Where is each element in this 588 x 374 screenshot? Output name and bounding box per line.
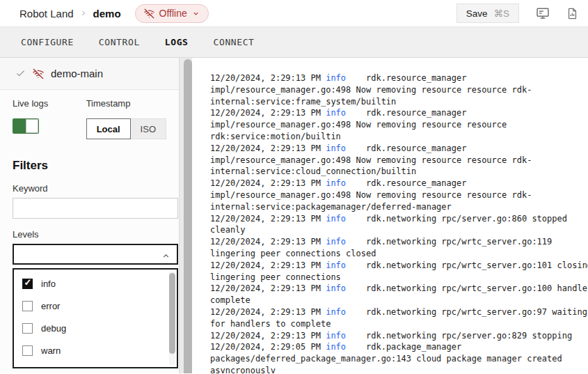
- sidebar: demo-main Live logs Timestamp LocalISO F…: [0, 58, 180, 373]
- wifi-off-icon: [33, 68, 44, 79]
- level-option-error[interactable]: error: [14, 295, 177, 317]
- checkbox-error[interactable]: [22, 301, 33, 311]
- log-level: info: [326, 178, 346, 188]
- level-option-label: debug: [41, 323, 66, 334]
- log-timestamp: 12/20/2024, 2:29:13 PM: [210, 260, 326, 270]
- tab-logs[interactable]: LOGS: [165, 37, 189, 47]
- toggle-knob: [26, 119, 38, 133]
- chevron-up-icon: [161, 251, 170, 263]
- log-level: info: [326, 214, 346, 224]
- content-area: demo-main Live logs Timestamp LocalISO F…: [0, 58, 588, 373]
- check-icon: [15, 68, 26, 79]
- checkbox-warn[interactable]: [22, 345, 33, 356]
- breadcrumb-current: demo: [93, 8, 121, 20]
- log-level: info: [326, 307, 346, 317]
- timestamp-control: Timestamp LocalISO: [86, 98, 166, 139]
- tab-configure[interactable]: CONFIGURE: [21, 37, 74, 47]
- log-entry: 12/20/2024, 2:29:13 PM info rdk.resource…: [210, 178, 588, 212]
- levels-dropdown-panel: infoerrordebugwarn: [13, 268, 178, 368]
- log-entry: 12/20/2024, 2:29:13 PM info rdk.networki…: [210, 213, 588, 237]
- log-scrollbar[interactable]: [184, 59, 192, 373]
- log-timestamp: 12/20/2024, 2:29:13 PM: [210, 237, 326, 247]
- log-entry: 12/20/2024, 2:29:13 PM info rdk.resource…: [210, 143, 588, 178]
- live-logs-label: Live logs: [13, 98, 86, 109]
- live-logs-control: Live logs: [13, 98, 86, 139]
- timestamp-option-iso[interactable]: ISO: [131, 118, 166, 139]
- log-level: info: [326, 73, 346, 83]
- log-entry: 12/20/2024, 2:29:13 PM info rdk.networki…: [210, 330, 588, 342]
- status-label: Offline: [159, 8, 187, 19]
- log-entry: 12/20/2024, 2:29:13 PM info rdk.networki…: [210, 236, 588, 260]
- wifi-off-icon: [144, 8, 154, 19]
- top-bar: Robot Land demo Offline Save ⌘S: [0, 0, 588, 27]
- log-entry: 12/20/2024, 2:29:13 PM info rdk.networki…: [210, 260, 588, 283]
- log-level: info: [326, 342, 346, 352]
- breadcrumb-parent[interactable]: Robot Land: [19, 8, 74, 20]
- tab-bar: CONFIGURECONTROLLOGSCONNECT: [0, 27, 588, 58]
- machine-part-row[interactable]: demo-main: [0, 58, 179, 90]
- level-option-info[interactable]: info: [14, 272, 177, 295]
- machine-status-dropdown[interactable]: Offline: [135, 4, 209, 23]
- log-timestamp: 12/20/2024, 2:29:13 PM: [210, 331, 326, 341]
- level-option-label: warn: [41, 345, 61, 356]
- checkbox-debug[interactable]: [22, 323, 33, 334]
- log-level: info: [326, 331, 346, 341]
- log-entry: 12/20/2024, 2:29:05 PM info rdk.package_…: [210, 341, 588, 373]
- timestamp-option-local[interactable]: Local: [86, 118, 131, 139]
- log-timestamp: 12/20/2024, 2:29:13 PM: [210, 73, 326, 83]
- live-logs-toggle[interactable]: [13, 118, 39, 134]
- log-level: info: [326, 108, 346, 118]
- log-timestamp: 12/20/2024, 2:29:13 PM: [210, 178, 326, 188]
- levels-label: Levels: [13, 229, 179, 240]
- level-option-label: error: [41, 301, 60, 311]
- checkbox-info[interactable]: [22, 279, 33, 289]
- level-option-debug[interactable]: debug: [14, 317, 177, 339]
- save-label: Save: [466, 8, 488, 19]
- part-name: demo-main: [51, 68, 103, 79]
- log-level: info: [326, 237, 346, 247]
- header-actions: Save ⌘S: [456, 3, 578, 23]
- log-message: rdk.networking rpc/server.go:829 stoppin…: [346, 331, 572, 341]
- level-option-label: info: [41, 279, 56, 289]
- log-level: info: [326, 283, 346, 293]
- log-controls: Live logs Timestamp LocalISO: [0, 90, 179, 139]
- chevron-right-icon: [79, 9, 88, 17]
- log-timestamp: 12/20/2024, 2:29:13 PM: [210, 108, 326, 118]
- timestamp-label: Timestamp: [86, 98, 166, 109]
- tab-connect[interactable]: CONNECT: [214, 37, 255, 47]
- file-stats-icon[interactable]: [566, 7, 578, 20]
- log-panel: 12/20/2024, 2:29:13 PM info rdk.resource…: [180, 58, 588, 373]
- log-timestamp: 12/20/2024, 2:29:13 PM: [210, 307, 326, 317]
- dropdown-scrollbar[interactable]: [169, 273, 175, 354]
- log-timestamp: 12/20/2024, 2:29:13 PM: [210, 143, 326, 153]
- log-entry: 12/20/2024, 2:29:13 PM info rdk.networki…: [210, 306, 588, 330]
- log-level: info: [326, 260, 346, 270]
- app-window: Robot Land demo Offline Save ⌘S: [0, 0, 588, 374]
- save-button[interactable]: Save ⌘S: [456, 3, 519, 23]
- filters-title: Filters: [13, 159, 179, 173]
- log-entry: 12/20/2024, 2:29:13 PM info rdk.resource…: [210, 107, 588, 142]
- log-entry: 12/20/2024, 2:29:13 PM info rdk.resource…: [210, 72, 588, 107]
- levels-option-list: infoerrordebugwarn: [14, 272, 177, 361]
- log-timestamp: 12/20/2024, 2:29:05 PM: [210, 342, 326, 352]
- log-timestamp: 12/20/2024, 2:29:13 PM: [210, 214, 326, 224]
- timestamp-segmented: LocalISO: [86, 118, 166, 139]
- tab-control[interactable]: CONTROL: [99, 37, 140, 47]
- monitor-icon[interactable]: [536, 6, 550, 20]
- log-level: info: [326, 143, 346, 153]
- levels-select[interactable]: [13, 244, 178, 265]
- save-shortcut: ⌘S: [493, 8, 509, 19]
- keyword-label: Keyword: [13, 183, 179, 194]
- breadcrumb: Robot Land demo Offline: [19, 4, 209, 23]
- log-timestamp: 12/20/2024, 2:29:13 PM: [210, 283, 326, 293]
- keyword-input[interactable]: [13, 198, 178, 219]
- level-option-warn[interactable]: warn: [14, 339, 177, 361]
- log-entry: 12/20/2024, 2:29:13 PM info rdk.networki…: [210, 283, 588, 306]
- chevron-down-icon: [192, 10, 200, 17]
- log-list: 12/20/2024, 2:29:13 PM info rdk.resource…: [210, 72, 588, 373]
